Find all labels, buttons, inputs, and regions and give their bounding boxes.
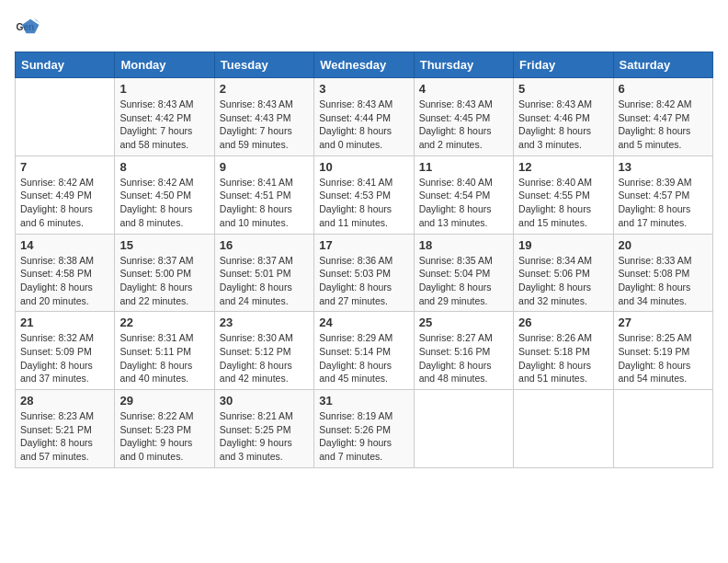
day-info: Sunrise: 8:25 AMSunset: 5:19 PMDaylight:… bbox=[619, 331, 708, 385]
day-info: Sunrise: 8:43 AMSunset: 4:45 PMDaylight:… bbox=[419, 98, 508, 152]
day-number: 19 bbox=[518, 238, 608, 252]
day-number: 28 bbox=[20, 394, 109, 408]
day-cell bbox=[613, 390, 712, 468]
day-header-monday: Monday bbox=[115, 52, 214, 78]
day-cell: 18Sunrise: 8:35 AMSunset: 5:04 PMDayligh… bbox=[414, 234, 513, 312]
day-cell: 29Sunrise: 8:22 AMSunset: 5:23 PMDayligh… bbox=[115, 390, 214, 468]
day-info: Sunrise: 8:37 AMSunset: 5:01 PMDaylight:… bbox=[220, 254, 309, 308]
day-number: 11 bbox=[419, 160, 508, 174]
day-number: 7 bbox=[20, 160, 109, 174]
day-cell: 2Sunrise: 8:43 AMSunset: 4:43 PMDaylight… bbox=[214, 78, 313, 156]
calendar-table: SundayMondayTuesdayWednesdayThursdayFrid… bbox=[15, 52, 713, 468]
day-info: Sunrise: 8:41 AMSunset: 4:51 PMDaylight:… bbox=[220, 176, 309, 230]
day-cell: 20Sunrise: 8:33 AMSunset: 5:08 PMDayligh… bbox=[613, 234, 712, 312]
calendar-body: 1Sunrise: 8:43 AMSunset: 4:42 PMDaylight… bbox=[16, 78, 713, 468]
day-info: Sunrise: 8:43 AMSunset: 4:44 PMDaylight:… bbox=[319, 98, 408, 152]
day-cell: 11Sunrise: 8:40 AMSunset: 4:54 PMDayligh… bbox=[414, 155, 513, 234]
day-cell: 27Sunrise: 8:25 AMSunset: 5:19 PMDayligh… bbox=[613, 312, 712, 390]
day-cell bbox=[514, 390, 613, 468]
day-info: Sunrise: 8:27 AMSunset: 5:16 PMDaylight:… bbox=[419, 331, 508, 385]
day-info: Sunrise: 8:22 AMSunset: 5:23 PMDaylight:… bbox=[119, 409, 209, 464]
day-info: Sunrise: 8:43 AMSunset: 4:42 PMDaylight:… bbox=[119, 98, 209, 152]
day-cell: 5Sunrise: 8:43 AMSunset: 4:46 PMDaylight… bbox=[514, 78, 613, 156]
day-cell: 21Sunrise: 8:32 AMSunset: 5:09 PMDayligh… bbox=[16, 312, 115, 390]
day-number: 20 bbox=[619, 238, 708, 252]
day-info: Sunrise: 8:40 AMSunset: 4:54 PMDaylight:… bbox=[419, 176, 508, 230]
day-number: 10 bbox=[319, 160, 408, 174]
day-number: 6 bbox=[619, 82, 708, 96]
week-row-2: 7Sunrise: 8:42 AMSunset: 4:49 PMDaylight… bbox=[16, 155, 713, 234]
day-cell: 17Sunrise: 8:36 AMSunset: 5:03 PMDayligh… bbox=[314, 234, 414, 312]
logo: Gen bbox=[15, 15, 44, 40]
day-info: Sunrise: 8:41 AMSunset: 4:53 PMDaylight:… bbox=[319, 176, 408, 230]
day-number: 13 bbox=[619, 160, 708, 174]
day-cell: 26Sunrise: 8:26 AMSunset: 5:18 PMDayligh… bbox=[514, 312, 613, 390]
day-number: 22 bbox=[119, 316, 209, 329]
day-cell: 13Sunrise: 8:39 AMSunset: 4:57 PMDayligh… bbox=[613, 155, 712, 234]
day-cell: 9Sunrise: 8:41 AMSunset: 4:51 PMDaylight… bbox=[214, 155, 313, 234]
logo-icon: Gen bbox=[15, 15, 40, 40]
day-cell: 10Sunrise: 8:41 AMSunset: 4:53 PMDayligh… bbox=[314, 155, 414, 234]
day-info: Sunrise: 8:35 AMSunset: 5:04 PMDaylight:… bbox=[419, 254, 508, 308]
day-header-sunday: Sunday bbox=[16, 52, 115, 78]
day-header-wednesday: Wednesday bbox=[314, 52, 414, 78]
day-info: Sunrise: 8:42 AMSunset: 4:47 PMDaylight:… bbox=[619, 98, 708, 152]
day-info: Sunrise: 8:42 AMSunset: 4:50 PMDaylight:… bbox=[119, 176, 209, 230]
day-cell: 4Sunrise: 8:43 AMSunset: 4:45 PMDaylight… bbox=[414, 78, 513, 156]
day-number: 4 bbox=[419, 82, 508, 96]
day-info: Sunrise: 8:21 AMSunset: 5:25 PMDaylight:… bbox=[220, 409, 309, 464]
day-cell: 8Sunrise: 8:42 AMSunset: 4:50 PMDaylight… bbox=[115, 155, 214, 234]
header-row: SundayMondayTuesdayWednesdayThursdayFrid… bbox=[16, 52, 713, 78]
day-info: Sunrise: 8:30 AMSunset: 5:12 PMDaylight:… bbox=[220, 331, 309, 385]
day-info: Sunrise: 8:19 AMSunset: 5:26 PMDaylight:… bbox=[319, 409, 408, 464]
day-cell: 15Sunrise: 8:37 AMSunset: 5:00 PMDayligh… bbox=[115, 234, 214, 312]
day-number: 15 bbox=[119, 238, 209, 252]
day-info: Sunrise: 8:42 AMSunset: 4:49 PMDaylight:… bbox=[20, 176, 109, 230]
day-number: 3 bbox=[319, 82, 408, 96]
day-info: Sunrise: 8:40 AMSunset: 4:55 PMDaylight:… bbox=[518, 176, 608, 230]
day-info: Sunrise: 8:29 AMSunset: 5:14 PMDaylight:… bbox=[319, 331, 408, 385]
day-info: Sunrise: 8:36 AMSunset: 5:03 PMDaylight:… bbox=[319, 254, 408, 308]
day-info: Sunrise: 8:37 AMSunset: 5:00 PMDaylight:… bbox=[119, 254, 209, 308]
week-row-4: 21Sunrise: 8:32 AMSunset: 5:09 PMDayligh… bbox=[16, 312, 713, 390]
day-info: Sunrise: 8:34 AMSunset: 5:06 PMDaylight:… bbox=[518, 254, 608, 308]
day-number: 21 bbox=[20, 316, 109, 329]
day-info: Sunrise: 8:26 AMSunset: 5:18 PMDaylight:… bbox=[518, 331, 608, 385]
day-info: Sunrise: 8:43 AMSunset: 4:43 PMDaylight:… bbox=[220, 98, 309, 152]
day-cell: 19Sunrise: 8:34 AMSunset: 5:06 PMDayligh… bbox=[514, 234, 613, 312]
day-info: Sunrise: 8:31 AMSunset: 5:11 PMDaylight:… bbox=[119, 331, 209, 385]
day-info: Sunrise: 8:39 AMSunset: 4:57 PMDaylight:… bbox=[619, 176, 708, 230]
day-number: 27 bbox=[619, 316, 708, 329]
day-cell: 25Sunrise: 8:27 AMSunset: 5:16 PMDayligh… bbox=[414, 312, 513, 390]
week-row-5: 28Sunrise: 8:23 AMSunset: 5:21 PMDayligh… bbox=[16, 390, 713, 468]
day-header-friday: Friday bbox=[514, 52, 613, 78]
day-number: 24 bbox=[319, 316, 408, 329]
day-number: 9 bbox=[220, 160, 309, 174]
day-cell: 24Sunrise: 8:29 AMSunset: 5:14 PMDayligh… bbox=[314, 312, 414, 390]
day-cell: 22Sunrise: 8:31 AMSunset: 5:11 PMDayligh… bbox=[115, 312, 214, 390]
day-number: 31 bbox=[319, 394, 408, 408]
day-cell: 7Sunrise: 8:42 AMSunset: 4:49 PMDaylight… bbox=[16, 155, 115, 234]
day-cell bbox=[16, 78, 115, 156]
day-number: 26 bbox=[518, 316, 608, 329]
day-number: 14 bbox=[20, 238, 109, 252]
day-cell: 28Sunrise: 8:23 AMSunset: 5:21 PMDayligh… bbox=[16, 390, 115, 468]
page-header: Gen bbox=[15, 15, 713, 40]
day-cell: 6Sunrise: 8:42 AMSunset: 4:47 PMDaylight… bbox=[613, 78, 712, 156]
day-header-saturday: Saturday bbox=[613, 52, 712, 78]
day-number: 23 bbox=[220, 316, 309, 329]
day-cell: 23Sunrise: 8:30 AMSunset: 5:12 PMDayligh… bbox=[214, 312, 313, 390]
day-number: 12 bbox=[518, 160, 608, 174]
day-number: 8 bbox=[119, 160, 209, 174]
day-cell: 16Sunrise: 8:37 AMSunset: 5:01 PMDayligh… bbox=[214, 234, 313, 312]
calendar-header: SundayMondayTuesdayWednesdayThursdayFrid… bbox=[16, 52, 713, 78]
day-number: 2 bbox=[220, 82, 309, 96]
day-info: Sunrise: 8:33 AMSunset: 5:08 PMDaylight:… bbox=[619, 254, 708, 308]
day-cell: 30Sunrise: 8:21 AMSunset: 5:25 PMDayligh… bbox=[214, 390, 313, 468]
day-cell: 3Sunrise: 8:43 AMSunset: 4:44 PMDaylight… bbox=[314, 78, 414, 156]
day-number: 1 bbox=[119, 82, 209, 96]
day-number: 25 bbox=[419, 316, 508, 329]
week-row-3: 14Sunrise: 8:38 AMSunset: 4:58 PMDayligh… bbox=[16, 234, 713, 312]
day-cell: 12Sunrise: 8:40 AMSunset: 4:55 PMDayligh… bbox=[514, 155, 613, 234]
day-cell: 1Sunrise: 8:43 AMSunset: 4:42 PMDaylight… bbox=[115, 78, 214, 156]
